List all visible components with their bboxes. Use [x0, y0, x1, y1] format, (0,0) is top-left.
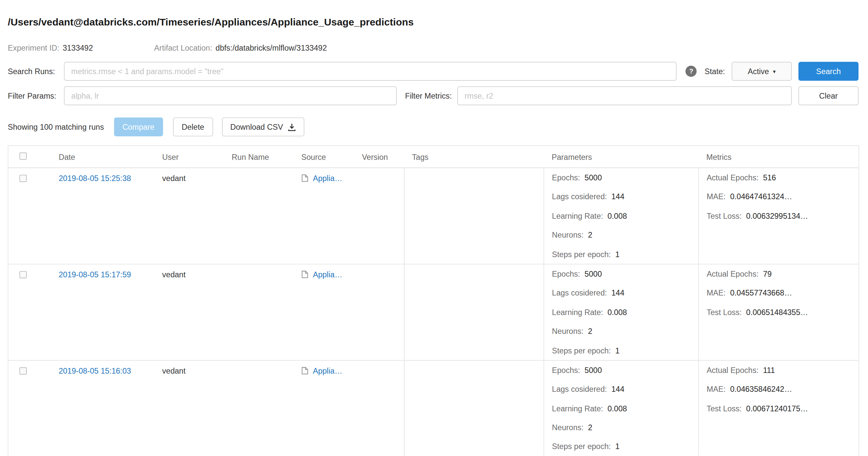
key-value-value: 144: [611, 288, 624, 298]
cell-version: [354, 168, 404, 264]
runs-table: DateUserRun NameSourceVersionTagsParamet…: [8, 145, 859, 456]
state-label: State:: [705, 67, 725, 76]
cell-source: Applia…: [293, 168, 354, 264]
filter-params-input[interactable]: [64, 86, 397, 105]
cell-date: 2019-08-05 15:25:38: [51, 168, 154, 264]
key-value-value: 2: [588, 423, 592, 432]
key-value-line: Steps per epoch:1: [552, 341, 691, 360]
experiment-meta: Experiment ID: 3133492 Artifact Location…: [8, 43, 859, 53]
experiment-id-label: Experiment ID:: [8, 43, 60, 52]
cell-parameters: Epochs:5000 Lags cosidered:144 Learning …: [544, 168, 699, 264]
cell-checkbox: [8, 360, 51, 456]
key-value-value: 0.00651484355…: [746, 308, 808, 317]
key-value-line: Test Loss:0.00632995134…: [707, 207, 851, 226]
key-value-label: Steps per epoch:: [552, 442, 611, 451]
table-body: 2019-08-05 15:25:38 vedant Applia… Epoch…: [8, 168, 859, 456]
key-value-label: MAE:: [707, 192, 726, 201]
table-row: 2019-08-05 15:17:59 vedant Applia… Epoch…: [8, 264, 859, 360]
row-checkbox[interactable]: [20, 271, 27, 278]
download-csv-label: Download CSV: [230, 122, 283, 131]
runs-toolbar: Showing 100 matching runs Compare Delete…: [8, 118, 859, 136]
column-header-date: Date: [51, 146, 154, 168]
key-value-value: 5000: [585, 366, 602, 374]
cell-tags: [404, 360, 544, 456]
key-value-label: Neurons:: [552, 423, 584, 432]
experiment-id-value: 3133492: [63, 43, 93, 52]
cell-run-name: [224, 168, 293, 264]
artifact-location-value: dbfs:/databricks/mlflow/3133492: [216, 43, 327, 52]
key-value-label: Actual Epochs:: [707, 173, 758, 182]
key-value-label: Learning Rate:: [552, 308, 603, 317]
delete-button[interactable]: Delete: [173, 118, 213, 136]
column-header-user: User: [154, 146, 224, 168]
cell-date: 2019-08-05 15:16:03: [51, 360, 154, 456]
run-date-link[interactable]: 2019-08-05 15:16:03: [59, 366, 131, 375]
run-user: vedant: [162, 366, 186, 375]
chevron-down-icon: ▾: [773, 68, 775, 74]
row-checkbox[interactable]: [20, 367, 27, 374]
key-value-line: MAE:0.04635846242…: [707, 380, 851, 399]
select-all-checkbox[interactable]: [20, 152, 27, 159]
key-value-line: Epochs:5000: [552, 265, 691, 283]
key-value-line: Actual Epochs:111: [707, 361, 851, 380]
key-value-label: Actual Epochs:: [707, 269, 758, 278]
file-icon: [301, 175, 310, 184]
page-title: /Users/vedant@databricks.com/Timeseries/…: [8, 0, 859, 28]
key-value-line: Actual Epochs:79: [707, 265, 851, 283]
key-value-line: Lags cosidered:144: [552, 187, 691, 207]
cell-metrics: Actual Epochs:111 MAE:0.04635846242… Tes…: [699, 360, 859, 456]
filter-params-label: Filter Params:: [8, 91, 64, 100]
key-value-line: Epochs:5000: [552, 168, 691, 187]
compare-button[interactable]: Compare: [114, 118, 163, 136]
key-value-value: 79: [763, 269, 772, 278]
key-value-value: 2: [588, 327, 592, 336]
run-date-link[interactable]: 2019-08-05 15:17:59: [59, 270, 131, 279]
key-value-label: Steps per epoch:: [552, 249, 611, 259]
key-value-value: 1: [615, 346, 620, 355]
cell-parameters: Epochs:5000 Lags cosidered:144 Learning …: [544, 360, 699, 456]
table-row: 2019-08-05 15:16:03 vedant Applia… Epoch…: [8, 360, 859, 456]
column-header-parameters: Parameters: [544, 146, 699, 168]
key-value-value: 1: [615, 442, 620, 451]
download-csv-button[interactable]: Download CSV: [222, 118, 304, 136]
key-value-label: Lags cosidered:: [552, 385, 607, 394]
run-source-link[interactable]: Applia…: [313, 174, 342, 183]
key-value-value: 0.008: [607, 211, 627, 220]
run-user: vedant: [162, 174, 186, 183]
column-header-tags: Tags: [404, 146, 544, 168]
key-value-line: Learning Rate:0.008: [552, 303, 691, 322]
search-runs-row: Search Runs: ? State: Active ▾ Search: [8, 62, 859, 81]
key-value-value: 0.04635846242…: [730, 385, 792, 394]
run-date-link[interactable]: 2019-08-05 15:25:38: [59, 174, 131, 183]
cell-date: 2019-08-05 15:17:59: [51, 264, 154, 360]
cell-source: Applia…: [293, 360, 354, 456]
run-user: vedant: [162, 270, 186, 279]
help-icon[interactable]: ?: [686, 65, 697, 77]
key-value-label: Neurons:: [552, 327, 584, 336]
key-value-value: 1: [615, 249, 620, 259]
search-button[interactable]: Search: [799, 62, 859, 81]
search-runs-label: Search Runs:: [8, 67, 64, 76]
filter-metrics-label: Filter Metrics:: [405, 91, 457, 100]
key-value-label: Lags cosidered:: [552, 192, 607, 201]
key-value-value: 0.008: [607, 308, 627, 317]
file-icon: [301, 367, 310, 376]
cell-tags: [404, 168, 544, 264]
state-dropdown[interactable]: Active ▾: [732, 62, 792, 81]
key-value-line: Epochs:5000: [552, 361, 691, 380]
clear-button[interactable]: Clear: [799, 86, 859, 105]
row-checkbox[interactable]: [20, 175, 27, 182]
key-value-line: Steps per epoch:1: [552, 245, 691, 264]
cell-user: vedant: [154, 264, 224, 360]
key-value-value: 5000: [585, 269, 602, 278]
run-source-link[interactable]: Applia…: [313, 366, 342, 375]
key-value-line: Test Loss:0.00671240175…: [707, 399, 851, 418]
run-source-link[interactable]: Applia…: [313, 270, 342, 279]
key-value-label: Steps per epoch:: [552, 346, 611, 355]
artifact-location-label: Artifact Location:: [154, 43, 212, 52]
filter-metrics-input[interactable]: [458, 86, 792, 105]
cell-parameters: Epochs:5000 Lags cosidered:144 Learning …: [544, 264, 699, 360]
state-dropdown-value: Active: [748, 67, 769, 76]
search-runs-input[interactable]: [64, 62, 677, 81]
cell-run-name: [224, 360, 293, 456]
